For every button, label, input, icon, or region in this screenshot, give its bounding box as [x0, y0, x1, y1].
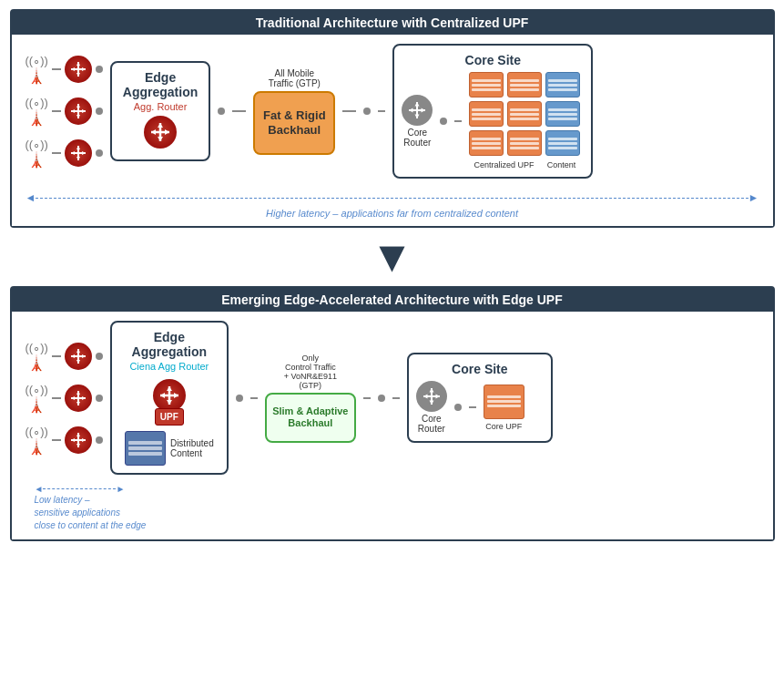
bottom-agg-router-node: [153, 379, 186, 412]
svg-marker-38: [76, 391, 80, 395]
svg-marker-21: [158, 137, 163, 141]
bottom-core-site-box: Core Site: [407, 353, 553, 443]
top-core-router-label: Core Router: [403, 128, 431, 148]
top-edge-agg-subtitle: Agg. Router: [123, 101, 198, 112]
bottom-latency-text: Low latency – sensitive applications clo…: [35, 494, 147, 532]
svg-marker-17: [82, 151, 86, 155]
top-upf-label: Centralized UPF: [473, 160, 534, 169]
svg-marker-46: [71, 438, 75, 442]
server-unit-o6: [507, 130, 542, 156]
top-agg-router-node: [144, 116, 177, 149]
dot-3: [96, 149, 103, 157]
svg-marker-22: [151, 129, 156, 135]
top-core-router-node: [402, 95, 433, 126]
bottom-backhaul-cylinder: Slim & Adaptive Backhaul: [265, 393, 356, 443]
svg-marker-52: [160, 393, 165, 398]
bottom-edge-agg-subtitle: Ciena Agg Router: [123, 361, 216, 372]
bline-backhaul-core: [363, 397, 371, 399]
bottom-tower-group: ((∘)) 🗼: [25, 341, 103, 456]
svg-marker-29: [422, 108, 426, 112]
bconn-line-h2: [52, 397, 61, 399]
svg-marker-28: [409, 108, 413, 112]
top-content-label: Content: [547, 160, 576, 169]
top-latency-row: ◄ ► Higher latency – applications far fr…: [12, 186, 773, 226]
tower-router-1: [65, 56, 92, 83]
top-backhaul-box: All Mobile Traffic (GTP) Fat & Rigid Bac…: [253, 68, 335, 155]
btower-router-1: [65, 343, 92, 370]
top-section-body: ((∘)) 🗼: [12, 35, 773, 186]
svg-marker-50: [167, 386, 172, 391]
bottom-core-site-title: Core Site: [416, 362, 544, 376]
svg-marker-2: [76, 62, 80, 66]
svg-marker-32: [76, 349, 80, 353]
top-backhaul-cylinder: Fat & Rigid Backhaul: [253, 91, 335, 155]
server-unit-b2: [545, 101, 580, 127]
server-unit-o2: [469, 101, 504, 127]
top-server-grid: [469, 72, 580, 156]
svg-marker-57: [429, 401, 433, 405]
bottom-section-body: ((∘)) 🗼: [12, 312, 773, 482]
svg-marker-26: [415, 102, 420, 107]
svg-marker-40: [71, 396, 75, 400]
server-unit-o1: [469, 72, 504, 97]
svg-marker-23: [165, 129, 169, 135]
server-col-3: [545, 72, 580, 156]
conn-line-h2: [52, 110, 61, 112]
bdot-core-upf: [454, 404, 462, 411]
top-backhaul-label: All Mobile Traffic (GTP): [269, 68, 321, 88]
svg-marker-41: [82, 396, 86, 400]
bdot-1: [96, 353, 103, 360]
svg-marker-9: [76, 115, 80, 118]
bottom-latency-row: ◄ ► Low latency – sensitive applications…: [12, 482, 773, 539]
svg-marker-8: [76, 104, 80, 108]
server-unit-o3: [469, 130, 504, 156]
tower-item-3: ((∘)) 🗼: [25, 138, 103, 169]
left-arrow-icon: ◄: [25, 191, 36, 204]
btower-router-3: [65, 426, 92, 454]
svg-marker-5: [82, 67, 86, 71]
top-server-labels: Centralized UPF Content: [469, 160, 580, 169]
down-arrow-icon: ▼: [371, 235, 414, 279]
svg-marker-56: [429, 388, 433, 393]
tower-router-2: [65, 97, 92, 125]
core-upf-server: [484, 385, 524, 419]
svg-marker-51: [167, 400, 172, 405]
bconn-line-h1: [52, 355, 61, 357]
conn-line-h3: [52, 152, 61, 154]
svg-marker-59: [435, 395, 440, 399]
dot-1: [96, 66, 103, 73]
dist-content-label: Distributed Content: [170, 438, 214, 458]
upf-badge: UPF: [155, 408, 184, 426]
blow-left-arrow-icon: ◄: [35, 484, 44, 494]
svg-marker-15: [76, 157, 80, 160]
dashed-line-h: [36, 198, 748, 199]
dot-agg-backhaul: [218, 108, 225, 115]
line-backhaul-core: [342, 110, 356, 112]
svg-marker-35: [82, 354, 86, 358]
svg-marker-11: [82, 109, 86, 113]
dot-core-servers: [440, 118, 447, 125]
bottom-core-router-label: Core Router: [418, 414, 445, 434]
top-core-site-title: Core Site: [402, 53, 584, 67]
btower-item-1: ((∘)) 🗼: [25, 341, 103, 372]
line-agg-backhaul: [232, 110, 246, 112]
server-unit-o4: [507, 72, 542, 97]
dot-2: [96, 108, 103, 115]
bline-core-upf: [469, 406, 476, 408]
dot-backhaul-core: [363, 108, 371, 115]
svg-marker-33: [76, 360, 80, 364]
svg-marker-39: [76, 402, 80, 405]
blow-right-arrow-icon: ►: [116, 484, 125, 494]
server-unit-o5: [507, 101, 542, 127]
svg-marker-47: [82, 438, 86, 442]
svg-marker-44: [76, 433, 80, 436]
svg-marker-10: [71, 109, 75, 113]
bdot-3: [96, 436, 103, 444]
btower-item-2: ((∘)) 🗼: [25, 383, 103, 414]
bdot-agg-backhaul: [236, 395, 243, 402]
bottom-core-router-col: Core Router: [416, 381, 447, 434]
bconn-line-h3: [52, 439, 61, 441]
svg-marker-4: [71, 67, 75, 71]
right-arrow-icon: ►: [748, 191, 759, 204]
bottom-core-router-node: [416, 381, 447, 412]
